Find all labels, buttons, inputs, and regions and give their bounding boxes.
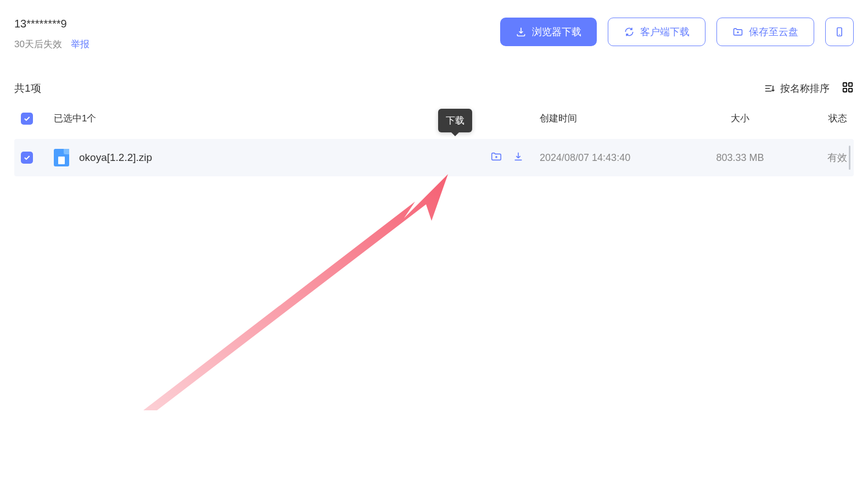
mobile-button[interactable] [825,18,854,46]
refresh-download-icon [624,26,635,37]
button-label: 客户端下载 [640,25,690,38]
svg-rect-1 [843,83,847,86]
file-name: okoya[1.2.2].zip [79,152,152,164]
button-label: 保存至云盘 [749,25,798,38]
download-action[interactable] [512,151,524,165]
row-scrollbar[interactable] [849,146,850,170]
expire-text: 30天后失效 [14,38,62,51]
file-status: 有效 [792,151,847,164]
sort-icon [765,83,776,94]
button-label: 浏览器下载 [532,25,581,38]
mobile-icon [834,26,845,37]
selected-count-label: 已选中1个 [54,112,96,125]
file-created-time: 2024/08/07 14:43:40 [540,152,688,164]
sharer-label: 13********9 [14,18,89,30]
svg-rect-2 [849,83,852,86]
column-header-size: 大小 [688,112,792,125]
total-count: 共1项 [14,81,41,96]
svg-rect-3 [843,88,847,92]
file-row[interactable]: okoya[1.2.2].zip 2024/08/07 14:43:40 803… [14,139,854,176]
sort-dropdown[interactable]: 按名称排序 [765,82,830,95]
folder-add-icon [490,151,502,163]
zip-file-icon [54,149,69,166]
grid-view-icon [842,81,854,93]
save-to-cloud-button[interactable]: 保存至云盘 [716,18,814,46]
svg-rect-4 [849,88,852,92]
report-link[interactable]: 举报 [71,38,89,51]
check-icon [23,115,31,122]
view-toggle-button[interactable] [842,81,854,96]
download-icon [516,26,527,37]
download-icon [512,151,524,163]
column-header-status: 状态 [792,112,847,125]
folder-add-icon [732,26,743,37]
annotation-arrow [141,171,453,413]
file-size: 803.33 MB [688,152,792,164]
download-tooltip: 下载 [438,109,472,132]
browser-download-button[interactable]: 浏览器下载 [500,18,597,46]
table-header: 已选中1个 创建时间 大小 状态 [14,112,854,125]
check-icon [23,154,31,161]
select-all-checkbox[interactable] [21,113,33,125]
save-to-folder-action[interactable] [490,151,502,165]
sort-label: 按名称排序 [780,82,830,95]
row-checkbox[interactable] [21,152,33,164]
column-header-time: 创建时间 [540,112,688,125]
page-header: 13********9 30天后失效 举报 浏览器下载 客户端下载 [14,0,854,51]
client-download-button[interactable]: 客户端下载 [608,18,705,46]
